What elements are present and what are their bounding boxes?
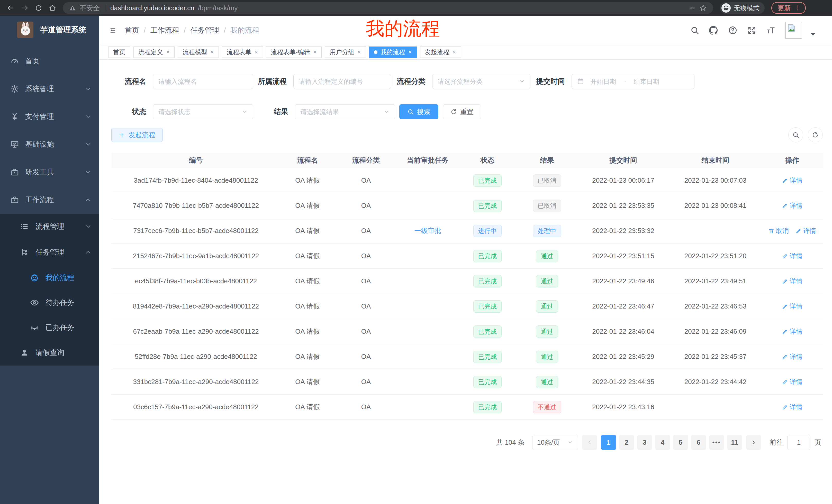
create-process-button[interactable]: 发起流程 bbox=[111, 128, 163, 142]
detail-link[interactable]: 详情 bbox=[782, 353, 802, 361]
detail-link[interactable]: 详情 bbox=[782, 277, 802, 285]
column-header: 结果 bbox=[517, 156, 577, 165]
tab-close-icon[interactable]: × bbox=[210, 49, 214, 55]
browser-reload-icon[interactable] bbox=[35, 4, 42, 11]
font-size-icon[interactable] bbox=[766, 26, 775, 35]
detail-link[interactable]: 详情 bbox=[782, 327, 802, 336]
page-button-5[interactable]: 5 bbox=[673, 435, 688, 450]
sidebar-item-任务管理[interactable]: 任务管理 bbox=[0, 240, 99, 265]
process-definition-input[interactable] bbox=[293, 74, 391, 89]
refresh-table-button[interactable] bbox=[808, 128, 823, 142]
sidebar-item-支付管理[interactable]: 支付管理 bbox=[0, 103, 99, 131]
tab-close-icon[interactable]: × bbox=[313, 49, 317, 55]
submit-time-range-picker[interactable]: 开始日期 - 结束日期 bbox=[572, 74, 695, 89]
edit-icon bbox=[782, 303, 788, 310]
tab-流程表单-编辑[interactable]: 流程表单-编辑× bbox=[266, 47, 322, 58]
sidebar-logo-row: 芋道管理系统 bbox=[0, 16, 99, 43]
tab-流程表单[interactable]: 流程表单× bbox=[222, 47, 263, 58]
category-select-placeholder: 请选择流程分类 bbox=[438, 77, 483, 86]
user-avatar[interactable] bbox=[785, 22, 802, 39]
browser-back-icon[interactable] bbox=[7, 4, 15, 11]
page-button-3[interactable]: 3 bbox=[637, 435, 652, 450]
detail-link[interactable]: 详情 bbox=[782, 176, 802, 185]
detail-link[interactable]: 详情 bbox=[782, 201, 802, 210]
sidebar-item-系统管理[interactable]: 系统管理 bbox=[0, 75, 99, 103]
sidebar-fold-icon[interactable] bbox=[109, 27, 116, 34]
incognito-icon bbox=[722, 3, 731, 12]
page-button-1[interactable]: 1 bbox=[601, 435, 616, 450]
tab-流程定义[interactable]: 流程定义× bbox=[133, 47, 175, 58]
end-date-placeholder: 结束日期 bbox=[633, 77, 659, 86]
process-name-input[interactable] bbox=[153, 74, 253, 89]
sidebar-item-工作流程[interactable]: 工作流程 bbox=[0, 186, 99, 214]
sidebar-item-我的流程[interactable]: 我的流程 bbox=[0, 265, 99, 290]
tab-close-icon[interactable]: × bbox=[452, 49, 456, 55]
cancel-link[interactable]: 取消 bbox=[768, 227, 789, 235]
tab-close-icon[interactable]: × bbox=[255, 49, 258, 55]
sidebar-item-基础设施[interactable]: 基础设施 bbox=[0, 131, 99, 158]
tab-label: 用户分组 bbox=[330, 48, 354, 56]
browser-menu-dots-icon[interactable] bbox=[795, 5, 801, 11]
incognito-badge: 无痕模式 bbox=[720, 2, 765, 14]
tab-首页[interactable]: 首页 bbox=[108, 47, 130, 58]
show-search-button[interactable] bbox=[788, 128, 803, 142]
tab-close-icon[interactable]: × bbox=[357, 49, 361, 55]
detail-link[interactable]: 详情 bbox=[796, 227, 816, 235]
cell-actions: 详情 bbox=[761, 353, 823, 361]
cell-status: 已完成 bbox=[458, 326, 517, 338]
edit-icon bbox=[796, 228, 802, 234]
cell-submit-time: 2022-01-23 00:06:17 bbox=[577, 176, 670, 185]
address-bar[interactable]: 不安全 dashboard.yudao.iocoder.cn/bpm/task/… bbox=[63, 2, 713, 14]
tab-发起流程[interactable]: 发起流程× bbox=[420, 47, 461, 58]
tab-用户分组[interactable]: 用户分组× bbox=[325, 47, 366, 58]
status-select[interactable]: 请选择状态 bbox=[153, 104, 253, 119]
detail-link[interactable]: 详情 bbox=[782, 302, 802, 311]
tab-close-icon[interactable]: × bbox=[166, 49, 170, 55]
page-button-11[interactable]: 11 bbox=[727, 435, 742, 450]
category-select[interactable]: 请选择流程分类 bbox=[432, 74, 530, 89]
bookmark-star-icon[interactable] bbox=[699, 4, 707, 12]
prev-page-button[interactable] bbox=[582, 435, 597, 450]
browser-home-icon[interactable] bbox=[49, 4, 56, 11]
more-pages-button[interactable]: ••• bbox=[709, 435, 724, 450]
goto-page-input[interactable] bbox=[787, 435, 810, 450]
breadcrumb-item[interactable]: 首页 bbox=[125, 25, 139, 35]
next-page-button[interactable] bbox=[746, 435, 761, 450]
sidebar-item-待办任务[interactable]: 待办任务 bbox=[0, 290, 99, 315]
detail-link[interactable]: 详情 bbox=[782, 377, 802, 386]
avatar-caret-down-icon[interactable] bbox=[808, 30, 817, 39]
search-button[interactable]: 搜索 bbox=[399, 104, 438, 119]
detail-link[interactable]: 详情 bbox=[782, 403, 802, 411]
sidebar-item-已办任务[interactable]: 已办任务 bbox=[0, 315, 99, 340]
detail-link[interactable]: 详情 bbox=[782, 252, 802, 260]
cell-category: OA bbox=[335, 353, 397, 361]
tab-我的流程[interactable]: 我的流程× bbox=[369, 47, 417, 58]
breadcrumb-item[interactable]: 工作流程 bbox=[150, 25, 179, 35]
tab-close-icon[interactable]: × bbox=[408, 49, 412, 55]
task-link[interactable]: 一级审批 bbox=[414, 227, 441, 234]
help-icon[interactable] bbox=[728, 26, 737, 35]
cell-status: 已完成 bbox=[458, 376, 517, 388]
page-button-6[interactable]: 6 bbox=[691, 435, 706, 450]
reset-button[interactable]: 重置 bbox=[443, 104, 481, 119]
fullscreen-icon[interactable] bbox=[747, 26, 756, 35]
cell-actions: 详情 bbox=[761, 327, 823, 336]
search-icon[interactable] bbox=[690, 26, 699, 35]
page-size-select[interactable]: 10条/页 bbox=[532, 435, 578, 450]
page-button-2[interactable]: 2 bbox=[619, 435, 634, 450]
list-icon bbox=[20, 222, 29, 231]
breadcrumb-item[interactable]: 任务管理 bbox=[190, 25, 219, 35]
browser-forward-icon[interactable] bbox=[21, 4, 28, 11]
key-icon[interactable] bbox=[688, 4, 696, 11]
tab-流程模型[interactable]: 流程模型× bbox=[178, 47, 219, 58]
github-icon[interactable] bbox=[709, 26, 718, 35]
sidebar-item-首页[interactable]: 首页 bbox=[0, 47, 99, 75]
sidebar-item-label: 研发工具 bbox=[25, 167, 54, 177]
cell-status: 进行中 bbox=[458, 225, 517, 237]
page-button-4[interactable]: 4 bbox=[655, 435, 670, 450]
browser-update-button[interactable]: 更新 bbox=[771, 2, 806, 14]
sidebar-item-流程管理[interactable]: 流程管理 bbox=[0, 214, 99, 240]
sidebar-item-研发工具[interactable]: 研发工具 bbox=[0, 158, 99, 186]
sidebar-item-请假查询[interactable]: 请假查询 bbox=[0, 340, 99, 366]
result-select[interactable]: 请选择流结果 bbox=[295, 104, 395, 119]
